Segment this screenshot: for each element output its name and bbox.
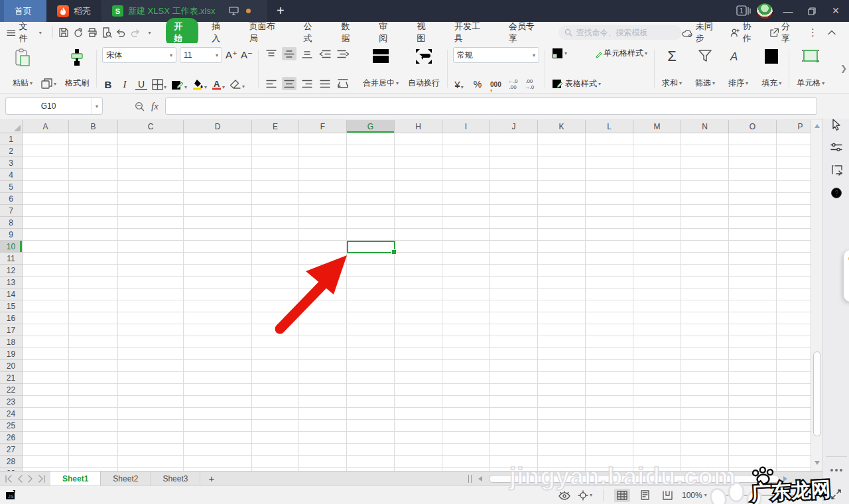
cell-J10[interactable] xyxy=(490,241,538,253)
cell-P27[interactable] xyxy=(777,444,811,456)
cell-K13[interactable] xyxy=(538,277,586,288)
cell-L10[interactable] xyxy=(586,241,633,253)
cell-G13[interactable] xyxy=(347,277,395,288)
cell-F9[interactable] xyxy=(299,229,347,241)
cell-I19[interactable] xyxy=(442,348,490,360)
cell-L28[interactable] xyxy=(586,456,633,468)
cell-J26[interactable] xyxy=(490,432,538,444)
cell-H3[interactable] xyxy=(395,157,442,169)
cell-C7[interactable] xyxy=(118,205,184,217)
cell-L24[interactable] xyxy=(586,408,633,420)
cell-K4[interactable] xyxy=(538,169,586,181)
cell-J14[interactable] xyxy=(490,288,538,300)
cell-G11[interactable] xyxy=(347,253,395,265)
cell-J4[interactable] xyxy=(490,169,538,181)
cell-N16[interactable] xyxy=(681,312,729,324)
cell-L11[interactable] xyxy=(586,253,633,265)
cell-G3[interactable] xyxy=(347,157,395,169)
cell-C24[interactable] xyxy=(118,408,184,420)
cell-K9[interactable] xyxy=(538,229,586,241)
cell-I20[interactable] xyxy=(442,360,490,372)
cell-L13[interactable] xyxy=(586,277,633,288)
row-header-7[interactable]: 7 xyxy=(0,205,23,217)
cell-L27[interactable] xyxy=(586,444,633,456)
cell-M2[interactable] xyxy=(633,145,681,157)
cell-J27[interactable] xyxy=(490,444,538,456)
cell-M16[interactable] xyxy=(633,312,681,324)
sync-status-button[interactable]: 未同步 xyxy=(682,21,720,44)
cell-A26[interactable] xyxy=(23,432,69,444)
cell-K5[interactable] xyxy=(538,181,586,193)
cell-K6[interactable] xyxy=(538,193,586,205)
cell-C4[interactable] xyxy=(118,169,184,181)
cell-D3[interactable] xyxy=(184,157,252,169)
cell-K11[interactable] xyxy=(538,253,586,265)
cell-F25[interactable] xyxy=(299,420,347,432)
cell-L4[interactable] xyxy=(586,169,633,181)
cell-K25[interactable] xyxy=(538,420,586,432)
increase-decimal-button[interactable]: ←.0.00 xyxy=(508,78,518,90)
cell-L14[interactable] xyxy=(586,288,633,300)
maximize-button[interactable] xyxy=(803,0,821,22)
align-top-button[interactable] xyxy=(264,47,279,60)
cell-E4[interactable] xyxy=(252,169,299,181)
cell-C15[interactable] xyxy=(118,300,184,312)
cell-A11[interactable] xyxy=(23,253,69,265)
horizontal-scroll-thumb[interactable] xyxy=(489,475,779,483)
cell-I27[interactable] xyxy=(442,444,490,456)
cell-O26[interactable] xyxy=(729,432,777,444)
cell-F11[interactable] xyxy=(299,253,347,265)
cell-L6[interactable] xyxy=(586,193,633,205)
vertical-scrollbar[interactable] xyxy=(811,120,822,471)
cell-O9[interactable] xyxy=(729,229,777,241)
cursor-select-icon[interactable] xyxy=(831,119,842,131)
cell-J5[interactable] xyxy=(490,181,538,193)
last-sheet-icon[interactable] xyxy=(37,475,46,483)
cell-I6[interactable] xyxy=(442,193,490,205)
collapse-ribbon-button[interactable] xyxy=(828,30,836,35)
zoom-slider[interactable] xyxy=(726,491,803,500)
js-macro-icon[interactable]: JS xyxy=(5,489,19,501)
cell-D22[interactable] xyxy=(184,384,252,396)
cell-J24[interactable] xyxy=(490,408,538,420)
cell-B27[interactable] xyxy=(69,444,118,456)
cell-A18[interactable] xyxy=(23,336,69,348)
page-break-view-button[interactable] xyxy=(659,489,675,502)
cell-H16[interactable] xyxy=(395,312,442,324)
cell-A22[interactable] xyxy=(23,384,69,396)
cell-O8[interactable] xyxy=(729,217,777,229)
cell-B11[interactable] xyxy=(69,253,118,265)
cell-I3[interactable] xyxy=(442,157,490,169)
cell-L8[interactable] xyxy=(586,217,633,229)
cell-E18[interactable] xyxy=(252,336,299,348)
fill-color-button[interactable]: ▾ xyxy=(192,79,207,90)
cell-M10[interactable] xyxy=(633,241,681,253)
cell-N5[interactable] xyxy=(681,181,729,193)
column-header-K[interactable]: K xyxy=(538,120,586,133)
save-button[interactable] xyxy=(57,25,71,40)
cell-M5[interactable] xyxy=(633,181,681,193)
cell-M3[interactable] xyxy=(633,157,681,169)
hscroll-grip[interactable] xyxy=(468,475,472,483)
cell-F2[interactable] xyxy=(299,145,347,157)
cell-E3[interactable] xyxy=(252,157,299,169)
cell-K27[interactable] xyxy=(538,444,586,456)
cell-I26[interactable] xyxy=(442,432,490,444)
cell-P5[interactable] xyxy=(777,181,811,193)
cell-P13[interactable] xyxy=(777,277,811,288)
cell-P2[interactable] xyxy=(777,145,811,157)
cell-P21[interactable] xyxy=(777,372,811,384)
cell-M23[interactable] xyxy=(633,396,681,408)
cell-K8[interactable] xyxy=(538,217,586,229)
cell-A4[interactable] xyxy=(23,169,69,181)
cell-O23[interactable] xyxy=(729,396,777,408)
cell-C3[interactable] xyxy=(118,157,184,169)
wrap-text-button[interactable]: 自动换行 xyxy=(406,47,442,90)
cell-B21[interactable] xyxy=(69,372,118,384)
cell-I4[interactable] xyxy=(442,169,490,181)
cell-I22[interactable] xyxy=(442,384,490,396)
cell-A7[interactable] xyxy=(23,205,69,217)
cell-B19[interactable] xyxy=(69,348,118,360)
cell-F7[interactable] xyxy=(299,205,347,217)
cell-J3[interactable] xyxy=(490,157,538,169)
